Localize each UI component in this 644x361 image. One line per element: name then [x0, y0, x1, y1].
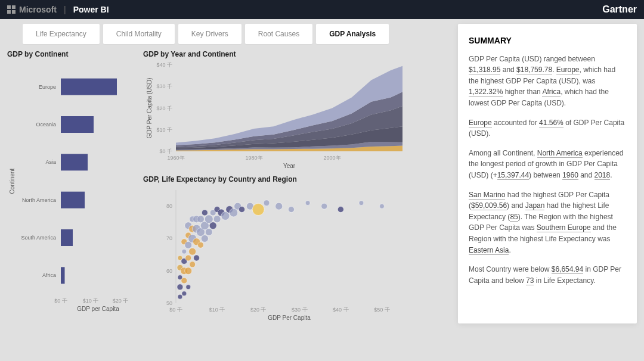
svg-point-41 — [182, 291, 187, 296]
tab-root-causes[interactable]: Root Causes — [245, 24, 312, 44]
svg-text:GDP Per Capita: GDP Per Capita — [268, 315, 311, 321]
summary-p3: Among all Continent, North America exper… — [469, 148, 626, 181]
svg-point-75 — [221, 211, 230, 220]
chart-title-bar: GDP by Continent — [7, 50, 138, 58]
brand-microsoft: Microsoft — [19, 5, 57, 14]
svg-text:$0 千: $0 千 — [159, 148, 172, 154]
svg-text:50: 50 — [166, 300, 172, 306]
svg-text:70: 70 — [166, 235, 172, 241]
svg-text:Europe: Europe — [39, 84, 56, 90]
svg-rect-13 — [61, 229, 73, 246]
svg-point-36 — [178, 294, 182, 299]
svg-text:$20 千: $20 千 — [156, 105, 172, 111]
chart-title-area: GDP by Year and Continent — [143, 50, 411, 58]
svg-point-68 — [205, 229, 212, 236]
svg-text:$30 千: $30 千 — [292, 307, 308, 313]
svg-text:Asia: Asia — [45, 159, 56, 165]
svg-point-58 — [194, 255, 200, 261]
svg-point-62 — [197, 242, 203, 248]
chart-title-scatter: GDP, Life Expectancy by Country and Regi… — [143, 175, 411, 183]
svg-point-65 — [201, 235, 208, 242]
svg-rect-3 — [12, 10, 16, 14]
svg-text:2000年: 2000年 — [324, 155, 341, 161]
summary-p4: San Marino had the highest GDP Per Capit… — [469, 189, 626, 256]
svg-point-84 — [288, 207, 294, 213]
svg-text:Oceania: Oceania — [36, 122, 56, 127]
svg-point-42 — [181, 278, 187, 284]
svg-point-77 — [230, 208, 238, 217]
svg-point-45 — [182, 249, 187, 254]
svg-rect-5 — [61, 79, 117, 95]
svg-point-83 — [275, 203, 283, 210]
svg-point-49 — [185, 255, 191, 261]
svg-point-88 — [359, 201, 364, 206]
top-bar: Microsoft | Power BI Gartner — [0, 0, 644, 19]
tab-child-mortality[interactable]: Child Mortality — [103, 24, 175, 44]
svg-rect-2 — [7, 10, 11, 14]
svg-rect-7 — [61, 116, 94, 133]
tab-bar: Life ExpectancyChild MortalityKey Driver… — [23, 24, 452, 44]
svg-text:$10 千: $10 千 — [209, 307, 225, 313]
summary-panel: SUMMARY GDP Per Capita (USD) ranged betw… — [458, 24, 637, 323]
summary-p5: Most Country were below $6,654.94 in GDP… — [469, 264, 626, 286]
svg-point-48 — [185, 267, 192, 275]
svg-text:$10 千: $10 千 — [83, 298, 99, 304]
svg-rect-15 — [61, 267, 65, 284]
svg-text:$0 千: $0 千 — [54, 298, 67, 304]
svg-point-70 — [209, 222, 216, 229]
svg-point-89 — [379, 204, 384, 208]
svg-point-69 — [205, 215, 213, 223]
svg-point-87 — [338, 207, 343, 213]
microsoft-logo-icon — [7, 5, 16, 14]
svg-text:$40 千: $40 千 — [333, 307, 349, 313]
svg-text:$0 千: $0 千 — [169, 307, 182, 313]
tab-life-expectancy[interactable]: Life Expectancy — [23, 24, 100, 44]
svg-text:$20 千: $20 千 — [113, 298, 129, 304]
tab-gdp-analysis[interactable]: GDP Analysis — [316, 24, 389, 44]
svg-text:1960年: 1960年 — [167, 155, 184, 161]
svg-point-72 — [213, 216, 221, 223]
chart-scatter[interactable]: 50607080$0 千$10 千$20 千$30 千$40 千$50 千GDP… — [143, 187, 411, 321]
chart-area[interactable]: $0 千$10 千$20 千$30 千$40 千1960年1980年2000年Y… — [143, 62, 411, 169]
summary-p2: Europe accounted for 41.56% of GDP Per C… — [469, 117, 626, 139]
svg-text:80: 80 — [166, 203, 172, 209]
summary-p1: GDP Per Capita (USD) ranged between $1,3… — [469, 54, 626, 109]
svg-text:GDP Per Capita (USD): GDP Per Capita (USD) — [146, 77, 153, 138]
svg-text:$20 千: $20 千 — [250, 307, 267, 313]
svg-text:$40 千: $40 千 — [156, 62, 172, 68]
svg-text:GDP per Capita: GDP per Capita — [77, 306, 119, 312]
svg-point-82 — [264, 200, 270, 206]
svg-point-85 — [305, 201, 310, 206]
svg-text:North America: North America — [22, 197, 56, 203]
svg-point-81 — [252, 204, 264, 216]
svg-text:$10 千: $10 千 — [156, 127, 172, 133]
summary-heading: SUMMARY — [469, 35, 626, 48]
svg-text:$50 千: $50 千 — [374, 307, 390, 313]
svg-text:Year: Year — [283, 163, 296, 169]
svg-point-37 — [177, 284, 183, 290]
svg-point-86 — [321, 203, 327, 209]
brand-gartner: Gartner — [602, 4, 637, 15]
tab-key-drivers[interactable]: Key Drivers — [178, 24, 242, 44]
svg-text:60: 60 — [166, 268, 172, 274]
svg-text:1980年: 1980年 — [246, 155, 263, 161]
svg-rect-9 — [61, 154, 88, 170]
svg-text:Continent: Continent — [9, 168, 16, 194]
chart-bar[interactable]: EuropeOceaniaAsiaNorth AmericaSouth Amer… — [7, 62, 138, 312]
svg-rect-0 — [7, 5, 11, 9]
svg-text:$30 千: $30 千 — [156, 83, 172, 89]
svg-rect-11 — [61, 192, 85, 208]
svg-point-47 — [186, 285, 191, 290]
svg-point-53 — [190, 262, 196, 267]
svg-point-79 — [239, 207, 245, 213]
svg-text:Africa: Africa — [42, 272, 56, 278]
svg-point-54 — [189, 248, 196, 255]
svg-point-67 — [202, 210, 208, 216]
svg-rect-1 — [12, 5, 16, 9]
brand-divider: | — [64, 5, 66, 14]
svg-text:South America: South America — [21, 235, 56, 241]
brand-powerbi: Power BI — [73, 5, 109, 14]
